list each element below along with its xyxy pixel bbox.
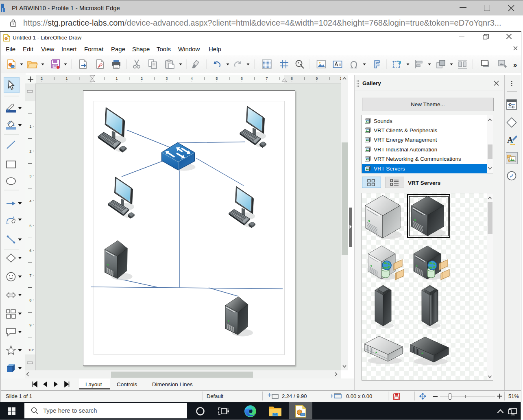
svg-text:2: 2 (29, 149, 31, 153)
svg-text:6: 6 (241, 76, 243, 81)
svg-text:1: 1 (115, 76, 118, 81)
svg-text:4: 4 (191, 76, 193, 81)
svg-text:5: 5 (29, 223, 31, 228)
svg-text:»: » (513, 61, 517, 69)
svg-text:7: 7 (29, 273, 31, 278)
svg-text:A: A (507, 136, 513, 144)
svg-text:8: 8 (291, 76, 293, 81)
svg-text:9: 9 (316, 76, 318, 81)
svg-text:7: 7 (266, 76, 268, 81)
svg-text:4: 4 (29, 199, 31, 203)
svg-text:5: 5 (216, 76, 218, 81)
svg-text:3: 3 (29, 174, 31, 178)
svg-text:10: 10 (28, 348, 33, 352)
svg-text:9: 9 (29, 323, 31, 327)
svg-text:6: 6 (29, 248, 31, 253)
svg-text:2: 2 (141, 76, 143, 81)
svg-text:1: 1 (29, 124, 31, 129)
svg-text:3: 3 (166, 76, 168, 81)
svg-text:1: 1 (65, 76, 68, 81)
svg-text:2: 2 (41, 76, 43, 81)
svg-text:8: 8 (29, 298, 31, 302)
